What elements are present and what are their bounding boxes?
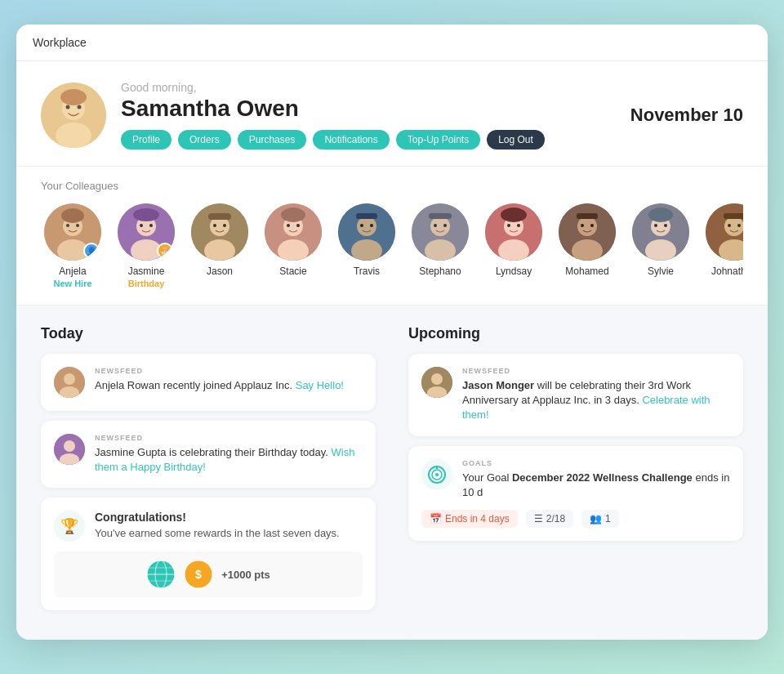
titlebar: Workplace: [16, 25, 768, 61]
svg-point-39: [434, 224, 437, 227]
logout-button[interactable]: Log Out: [487, 130, 545, 150]
topup-button[interactable]: Top-Up Points: [396, 130, 480, 150]
svg-point-51: [581, 224, 584, 227]
today-card-congrats: 🏆 Congratulations! You've earned some re…: [41, 498, 376, 610]
jason-name-bold: Jason Monger: [462, 379, 534, 391]
svg-rect-41: [429, 213, 452, 219]
jasmine-card-content: NEWSFEED Jasmine Gupta is celebrating th…: [95, 434, 363, 475]
colleague-stacie[interactable]: Stacie: [261, 203, 325, 279]
svg-point-27: [287, 224, 290, 227]
svg-point-59: [648, 208, 673, 222]
svg-point-9: [66, 224, 69, 227]
svg-point-45: [507, 224, 510, 227]
jason-card-header: NEWSFEED Jason Monger will be celebratin…: [421, 367, 730, 423]
header-info: Good morning, Samantha Owen Profile Orde…: [121, 81, 545, 150]
ends-in-text: Ends in 4 days: [445, 513, 510, 524]
colleague-sylvie[interactable]: Sylvie: [629, 203, 693, 279]
svg-point-64: [737, 224, 741, 227]
today-title: Today: [41, 325, 376, 342]
svg-point-3: [66, 105, 70, 109]
svg-point-5: [60, 89, 87, 105]
reward-badge-coin: $: [184, 560, 213, 589]
jasmine-tag: Birthday: [128, 279, 165, 288]
mohamed-name: Mohamed: [565, 266, 608, 277]
upcoming-title: Upcoming: [408, 325, 743, 342]
colleague-avatar-jasmine: 🎂: [118, 203, 175, 261]
reward-badge-globe: [146, 560, 176, 589]
header-date: November 10: [630, 105, 743, 126]
card-header-jasmine: NEWSFEED Jasmine Gupta is celebrating th…: [54, 434, 363, 475]
colleague-lyndsay[interactable]: Lyndsay: [482, 203, 546, 279]
svg-point-22: [223, 224, 226, 227]
goals-card-content: GOALS Your Goal December 2022 Wellness C…: [462, 459, 730, 500]
svg-point-49: [577, 216, 597, 236]
goals-card-label: GOALS: [462, 459, 730, 467]
svg-point-17: [133, 208, 159, 221]
anjela-say-hello-link[interactable]: Say Hello!: [296, 379, 344, 391]
orders-button[interactable]: Orders: [178, 130, 231, 150]
app-title: Workplace: [33, 36, 87, 49]
colleague-avatar-johnathan: [706, 203, 743, 261]
svg-point-37: [430, 216, 450, 236]
svg-rect-23: [208, 213, 231, 220]
stacie-name: Stacie: [279, 266, 306, 277]
today-column: Today NEWSFEED Anjela Rowan recently joi…: [41, 325, 392, 620]
goals-challenge-name: December 2022 Wellness Challenge: [512, 471, 693, 484]
svg-point-33: [360, 224, 363, 227]
colleague-avatar-stacie: [265, 203, 322, 261]
colleagues-section: Your Colleagues 👤 Anjela New Hire 🎂 Jasm…: [16, 167, 768, 306]
rewards-row: $ +1000 pts: [54, 551, 363, 597]
goals-icon: [421, 459, 452, 490]
svg-point-40: [443, 224, 447, 227]
svg-point-58: [664, 224, 667, 227]
svg-point-15: [140, 224, 143, 227]
header-section: Good morning, Samantha Owen Profile Orde…: [16, 61, 768, 167]
goals-card-header: GOALS Your Goal December 2022 Wellness C…: [421, 459, 730, 500]
colleague-jason[interactable]: Jason: [188, 203, 252, 279]
congrats-icon: 🏆: [54, 511, 85, 542]
participants-value: 1: [605, 513, 611, 524]
participants-tag: 👥 1: [581, 510, 619, 528]
colleague-avatar-sylvie: [632, 203, 689, 261]
svg-point-31: [357, 216, 376, 236]
stephano-name: Stephano: [419, 266, 461, 277]
ends-in-tag: 📅 Ends in 4 days: [421, 510, 518, 528]
svg-point-29: [281, 208, 305, 222]
jason-card-content: NEWSFEED Jason Monger will be celebratin…: [462, 367, 730, 423]
svg-point-67: [64, 373, 75, 385]
svg-point-28: [296, 224, 300, 227]
svg-point-47: [501, 208, 527, 222]
colleague-anjela[interactable]: 👤 Anjela New Hire: [41, 203, 105, 288]
colleague-johnathan[interactable]: Johnathan: [702, 203, 743, 279]
reward-points: +1000 pts: [221, 569, 270, 581]
congrats-card-header: 🏆 Congratulations! You've earned some re…: [54, 511, 363, 542]
anjela-tag: New Hire: [53, 279, 91, 288]
colleague-stephano[interactable]: Stephano: [408, 203, 472, 279]
profile-button[interactable]: Profile: [121, 130, 172, 150]
anjela-name: Anjela: [59, 266, 86, 277]
svg-rect-53: [577, 213, 598, 219]
colleague-avatar-lyndsay: [485, 203, 542, 261]
svg-rect-35: [356, 213, 377, 219]
svg-point-11: [61, 208, 84, 223]
jasmine-name: Jasmine: [128, 266, 165, 277]
colleague-avatar-travis: [338, 203, 395, 261]
progress-value: 2/18: [546, 513, 565, 524]
svg-point-21: [213, 224, 216, 227]
colleague-avatar-stephano: [412, 203, 469, 261]
today-card-anjela: NEWSFEED Anjela Rowan recently joined Ap…: [41, 354, 376, 411]
colleague-mohamed[interactable]: Mohamed: [555, 203, 619, 279]
jason-card-label: NEWSFEED: [462, 367, 730, 375]
colleague-jasmine[interactable]: 🎂 Jasmine Birthday: [114, 203, 178, 288]
purchases-button[interactable]: Purchases: [238, 130, 307, 150]
notifications-button[interactable]: Notifications: [313, 130, 389, 150]
anjela-card-text-before: Anjela Rowan recently joined Applauz Inc…: [95, 379, 292, 391]
anjela-card-text: Anjela Rowan recently joined Applauz Inc…: [95, 378, 363, 393]
jasmine-card-label: NEWSFEED: [95, 434, 363, 442]
calendar-icon: 📅: [430, 513, 442, 524]
colleague-travis[interactable]: Travis: [335, 203, 399, 279]
svg-point-16: [149, 224, 153, 227]
colleague-avatar-jason: [191, 203, 248, 261]
main-window: Workplace Good morning, Samantha Owen: [16, 25, 768, 640]
svg-point-2: [56, 123, 91, 148]
